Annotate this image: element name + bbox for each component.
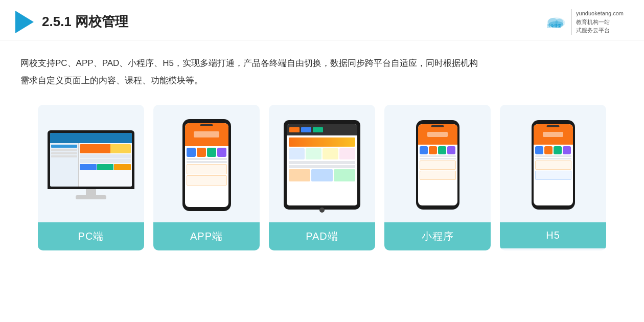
svg-text:云朵课堂: 云朵课堂 — [547, 23, 562, 28]
card-miniprogram: 小程序 — [384, 105, 491, 250]
card-pad-image — [269, 105, 375, 222]
brand-line1: 教育机构一站 — [576, 18, 624, 27]
logo-triangle-icon — [15, 11, 34, 33]
section-number: 2.5.1 — [42, 14, 72, 29]
pc-monitor — [48, 130, 134, 199]
phone-notch-mini — [431, 125, 444, 127]
tablet-screen — [287, 124, 357, 205]
small-phone-screen-mini — [418, 124, 457, 205]
header-right: 云朵课堂 yunduoketang.com 教育机构一站 式服务云平台 — [544, 9, 624, 35]
cloud-icon: 云朵课堂 — [544, 14, 568, 30]
card-app-image — [153, 105, 260, 222]
description-section: 网校支持PC、APP、PAD、小程序、H5，实现多端打通，产品各终端自由切换，数… — [0, 40, 644, 95]
tablet-device — [284, 120, 360, 210]
card-app: APP端 — [153, 105, 260, 250]
monitor-base — [76, 195, 106, 199]
phone-device-h5 — [532, 120, 575, 210]
small-phone-body-mini — [416, 120, 459, 210]
header-left: 2.5.1 网校管理 — [15, 11, 128, 33]
description-line2: 需求自定义页面上的内容、课程、功能模块等。 — [20, 72, 624, 89]
monitor-neck — [86, 189, 96, 195]
card-pc: PC端 — [38, 105, 144, 250]
card-h5: H5 — [500, 105, 606, 250]
card-pad-label: PAD端 — [269, 222, 375, 250]
brand-url: yunduoketang.com — [576, 9, 624, 18]
brand-logo: 云朵课堂 yunduoketang.com 教育机构一站 式服务云平台 — [544, 9, 624, 35]
description-line1: 网校支持PC、APP、PAD、小程序、H5，实现多端打通，产品各终端自由切换，数… — [20, 55, 624, 72]
tablet-body — [284, 120, 360, 210]
monitor-body — [48, 130, 134, 189]
card-app-label: APP端 — [153, 222, 260, 250]
phone-body-app — [182, 119, 231, 211]
card-miniprogram-image — [384, 105, 491, 222]
phone-screen-app — [185, 123, 228, 207]
cards-container: PC端 — [0, 95, 644, 261]
card-miniprogram-label: 小程序 — [384, 222, 491, 250]
card-pc-image — [38, 105, 144, 222]
card-pc-label: PC端 — [38, 222, 144, 250]
phone-notch-h5 — [547, 125, 560, 127]
brand-line2: 式服务云平台 — [576, 26, 624, 35]
phone-device-app — [182, 119, 231, 211]
card-h5-label: H5 — [500, 222, 606, 248]
monitor-screen — [50, 133, 132, 187]
tablet-home-button — [319, 208, 325, 213]
small-phone-body-h5 — [532, 120, 575, 210]
card-pad: PAD端 — [269, 105, 375, 250]
page-header: 2.5.1 网校管理 云朵课堂 yunduoketang.com 教育机构一站 … — [0, 0, 644, 40]
phone-notch-app — [200, 124, 213, 126]
phone-device-mini — [416, 120, 459, 210]
card-h5-image — [500, 105, 606, 222]
page-title: 2.5.1 网校管理 — [42, 13, 128, 31]
title-text: 网校管理 — [75, 14, 128, 29]
small-phone-screen-h5 — [534, 124, 573, 205]
brand-text: yunduoketang.com 教育机构一站 式服务云平台 — [571, 9, 624, 35]
